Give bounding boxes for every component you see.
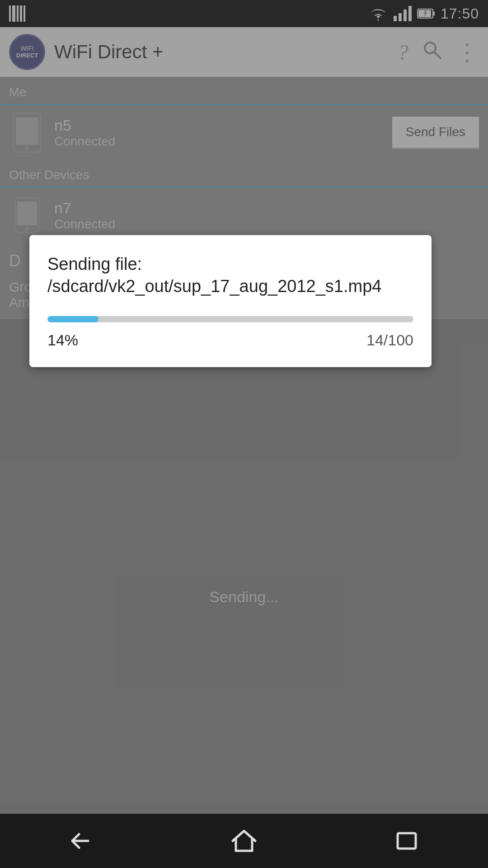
nav-bar [0, 814, 488, 868]
dialog-title: Sending file: /sdcard/vk2_out/sup_17_aug… [47, 253, 413, 298]
progress-percent-label: 14% [47, 331, 78, 349]
send-progress-dialog: Sending file: /sdcard/vk2_out/sup_17_aug… [29, 235, 432, 367]
progress-bar-fill [47, 316, 99, 322]
back-button[interactable] [54, 823, 108, 859]
progress-count-label: 14/100 [366, 331, 413, 349]
home-icon [230, 827, 258, 854]
svg-rect-15 [398, 833, 416, 849]
progress-bar-container [47, 316, 413, 322]
recents-icon [393, 830, 420, 852]
back-icon [66, 830, 97, 852]
home-button[interactable] [217, 823, 271, 859]
progress-labels: 14% 14/100 [47, 331, 413, 349]
dim-overlay [0, 0, 488, 868]
recents-button[interactable] [380, 823, 434, 859]
